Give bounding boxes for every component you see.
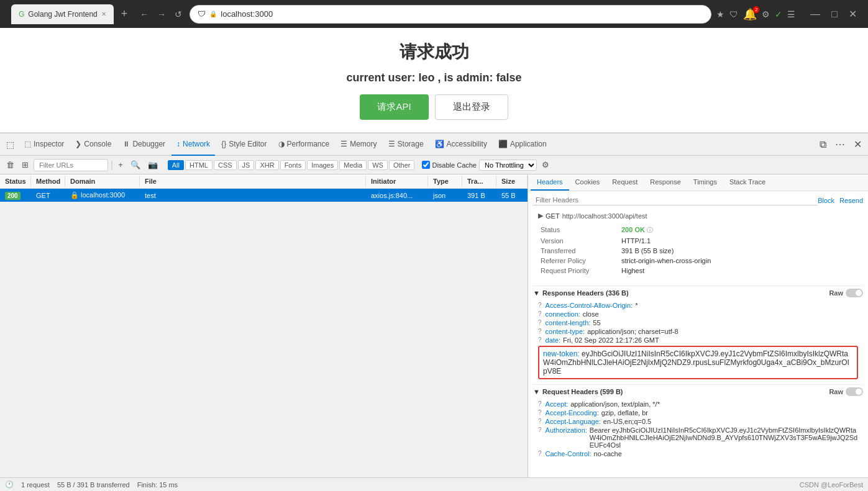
waterfall-icon: 🕐 xyxy=(5,480,14,489)
close-devtools-button[interactable]: ✕ xyxy=(850,136,866,153)
tab-console[interactable]: ❯ Console xyxy=(70,133,116,156)
minimize-button[interactable]: — xyxy=(805,7,825,21)
back-button[interactable]: ← xyxy=(137,7,151,22)
disable-cache-input[interactable] xyxy=(422,161,430,169)
har-import-button[interactable]: + xyxy=(116,159,126,171)
forward-button[interactable]: → xyxy=(155,7,168,22)
tab-performance[interactable]: ◑ Performance xyxy=(273,133,335,156)
filter-fonts[interactable]: Fonts xyxy=(280,160,306,170)
header-val-accept: application/json, text/plain, */* xyxy=(570,400,660,408)
star-icon[interactable]: ★ xyxy=(716,9,724,19)
header-val-authorization: Bearer eyJhbGciOiJIUzI1NiIsInR5cCI6IkpXV… xyxy=(590,426,858,449)
debugger-icon: ⏸ xyxy=(122,140,130,148)
api-button[interactable]: 请求API xyxy=(360,94,428,120)
cell-status: 200 xyxy=(0,189,31,202)
throttle-select[interactable]: No Throttling xyxy=(479,160,537,171)
header-item-authorization: ? Authorization: Bearer eyJhbGciOiJIUzI1… xyxy=(538,426,858,449)
checkmark-icon[interactable]: ✓ xyxy=(775,9,782,19)
priority-value: Highest xyxy=(619,266,858,276)
tab-close-btn[interactable]: ✕ xyxy=(101,11,106,17)
resend-button[interactable]: Resend xyxy=(839,197,863,204)
devtools-inspect-btn[interactable]: ⬚ xyxy=(2,137,18,152)
filter-css[interactable]: CSS xyxy=(214,160,237,170)
filter-xhr[interactable]: XHR xyxy=(255,160,278,170)
detail-panel: Headers Cookies Request Response Timings… xyxy=(528,174,868,477)
address-bar[interactable]: 🛡 🔒 localhost:3000 xyxy=(190,5,711,24)
header-val-token: eyJhbGciOiJIUzI1NiIsInR5cCI6IkpXVCJ9.eyJ… xyxy=(543,349,849,376)
header-item-connection: ? connection: close xyxy=(538,310,858,318)
disable-cache-checkbox[interactable]: Disable Cache xyxy=(422,161,477,169)
filter-headers-input[interactable] xyxy=(533,195,818,205)
raw-toggle-btn-req[interactable] xyxy=(846,387,863,396)
new-tab-button[interactable]: + xyxy=(116,5,133,23)
detail-tab-cookies[interactable]: Cookies xyxy=(569,174,606,191)
header-key-accept: Accept: xyxy=(546,400,569,408)
filter-media[interactable]: Media xyxy=(339,160,367,170)
info-icon[interactable]: ⓘ xyxy=(647,227,653,233)
logout-button[interactable]: 退出登录 xyxy=(435,94,508,120)
close-button[interactable]: ✕ xyxy=(844,7,862,21)
summary-row-priority: Request Priority Highest xyxy=(538,266,858,276)
cell-method: GET xyxy=(31,189,65,202)
page-subtitle: current user: leo , is admin: false xyxy=(12,71,856,84)
menu-icon[interactable]: ☰ xyxy=(787,9,795,19)
detail-tab-response[interactable]: Response xyxy=(644,174,687,191)
help-icon-a5[interactable]: ? xyxy=(538,450,542,457)
help-icon-5[interactable]: ? xyxy=(538,336,542,343)
tab-style-editor[interactable]: {} Style Editor xyxy=(216,133,272,156)
filter-images[interactable]: Images xyxy=(307,160,338,170)
detail-tab-request[interactable]: Request xyxy=(606,174,644,191)
summary-row-referrer: Referrer Policy strict-origin-when-cross… xyxy=(538,256,858,266)
network-settings-button[interactable]: ⚙ xyxy=(539,159,552,171)
refresh-button[interactable]: ↺ xyxy=(172,7,185,22)
transferred-value: 391 B (55 B size) xyxy=(619,246,858,256)
request-url-row[interactable]: ▶ GET http://localhost:3000/api/test xyxy=(538,212,858,220)
help-icon-a1[interactable]: ? xyxy=(538,400,542,407)
header-key-content-length: content-length: xyxy=(546,319,591,327)
screenshot-button[interactable]: 📷 xyxy=(145,159,160,171)
raw-toggle-btn[interactable] xyxy=(846,289,863,297)
tab-debugger[interactable]: ⏸ Debugger xyxy=(117,133,170,156)
raw-toggle-area-req[interactable]: Raw xyxy=(829,387,863,396)
maximize-button[interactable]: □ xyxy=(826,7,843,21)
dock-button[interactable]: ⧉ xyxy=(816,137,830,153)
help-icon-a3[interactable]: ? xyxy=(538,418,542,425)
clear-network-button[interactable]: 🗑 xyxy=(4,159,17,171)
filter-toggle-button[interactable]: ⊞ xyxy=(19,159,31,171)
tab-accessibility[interactable]: ♿ Accessibility xyxy=(430,133,492,156)
block-button[interactable]: Block xyxy=(818,197,834,204)
filter-other[interactable]: Other xyxy=(389,160,415,170)
table-row[interactable]: 200 GET 🔒 localhost:3000 test axios.js:8… xyxy=(0,189,528,202)
filter-ws[interactable]: WS xyxy=(368,160,388,170)
more-button[interactable]: ⋯ xyxy=(831,136,849,153)
filter-all[interactable]: All xyxy=(168,160,184,170)
response-headers-section[interactable]: ▼ Response Headers (336 B) Raw xyxy=(533,286,863,300)
tab-application[interactable]: ⬛ Application xyxy=(493,133,552,156)
detail-tab-timings[interactable]: Timings xyxy=(687,174,723,191)
help-icon-3[interactable]: ? xyxy=(538,319,542,326)
detail-tab-headers[interactable]: Headers xyxy=(531,174,569,191)
search-button[interactable]: 🔍 xyxy=(128,159,143,171)
filter-urls-input[interactable] xyxy=(34,159,108,171)
shield-ext-icon[interactable]: 🛡 xyxy=(729,9,738,19)
tab-inspector[interactable]: ⬚ Inspector xyxy=(19,133,69,156)
header-val-accept-language: en-US,en;q=0.5 xyxy=(603,418,651,425)
tab-memory[interactable]: ☰ Memory xyxy=(336,133,381,156)
help-icon-4[interactable]: ? xyxy=(538,328,542,335)
help-icon-a4[interactable]: ? xyxy=(538,426,542,433)
header-key-content-type: content-type: xyxy=(546,328,585,335)
help-icon-2[interactable]: ? xyxy=(538,310,542,317)
detail-tab-stack-trace[interactable]: Stack Trace xyxy=(723,174,772,191)
help-icon[interactable]: ? xyxy=(538,302,542,309)
tab-network[interactable]: ↕ Network xyxy=(171,133,215,156)
ext-icon[interactable]: ⚙ xyxy=(762,9,770,19)
tab-storage[interactable]: ☰ Storage xyxy=(383,133,429,156)
filter-html[interactable]: HTML xyxy=(185,160,212,170)
active-tab[interactable]: G Golang Jwt Frontend ✕ xyxy=(11,4,114,24)
detail-content: Block Resend ▶ GET http://localhost:3000… xyxy=(528,191,868,477)
request-headers-section[interactable]: ▼ Request Headers (599 B) Raw xyxy=(533,384,863,399)
filter-js[interactable]: JS xyxy=(238,160,255,170)
page-title: 请求成功 xyxy=(12,40,856,64)
help-icon-a2[interactable]: ? xyxy=(538,409,542,416)
raw-toggle-area[interactable]: Raw xyxy=(829,289,863,297)
